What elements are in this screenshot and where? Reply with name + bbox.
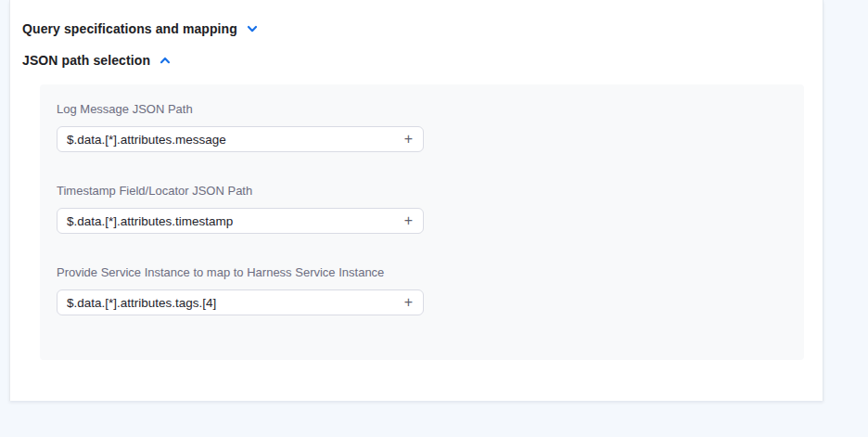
field-log-message-json-path: Log Message JSON Path + bbox=[57, 102, 804, 152]
section-title: Query specifications and mapping bbox=[22, 21, 237, 36]
service-instance-json-path-input-wrap: + bbox=[57, 289, 424, 315]
field-label: Log Message JSON Path bbox=[57, 102, 804, 117]
section-query-specifications[interactable]: Query specifications and mapping bbox=[22, 21, 259, 36]
field-timestamp-json-path: Timestamp Field/Locator JSON Path + bbox=[57, 184, 804, 234]
log-message-json-path-input[interactable] bbox=[67, 133, 403, 147]
content-card: Query specifications and mapping JSON pa… bbox=[9, 0, 823, 401]
json-path-panel: Log Message JSON Path + Timestamp Field/… bbox=[40, 84, 804, 360]
section-title: JSON path selection bbox=[22, 53, 150, 68]
section-json-path-selection[interactable]: JSON path selection bbox=[22, 53, 172, 68]
field-label: Provide Service Instance to map to Harne… bbox=[57, 265, 804, 280]
plus-icon[interactable]: + bbox=[403, 132, 414, 147]
timestamp-json-path-input-wrap: + bbox=[57, 208, 424, 234]
service-instance-json-path-input[interactable] bbox=[67, 296, 403, 310]
plus-icon[interactable]: + bbox=[403, 213, 414, 228]
timestamp-json-path-input[interactable] bbox=[67, 214, 403, 228]
chevron-down-icon bbox=[246, 22, 259, 35]
field-service-instance-json-path: Provide Service Instance to map to Harne… bbox=[57, 265, 804, 315]
field-label: Timestamp Field/Locator JSON Path bbox=[57, 184, 804, 199]
log-message-json-path-input-wrap: + bbox=[57, 126, 424, 152]
chevron-up-icon bbox=[159, 54, 172, 67]
plus-icon[interactable]: + bbox=[403, 295, 414, 310]
